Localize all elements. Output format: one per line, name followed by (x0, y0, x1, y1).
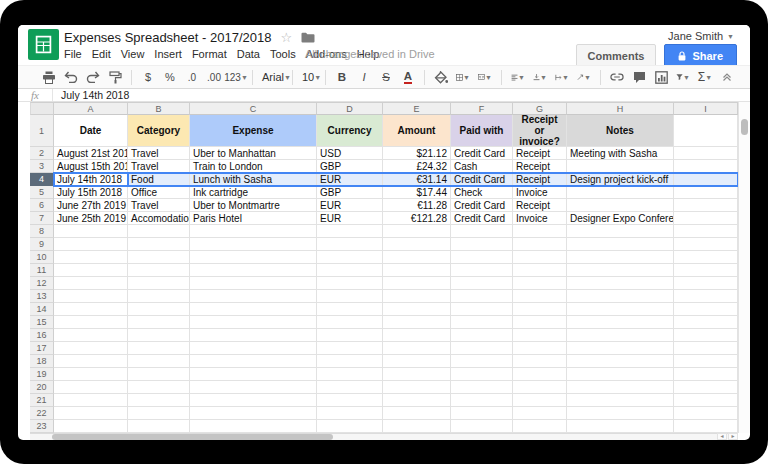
row-header-4[interactable]: 4 (30, 173, 54, 186)
bold-button[interactable]: B (331, 67, 353, 87)
cell-H8[interactable] (567, 225, 674, 238)
cell-I2[interactable] (674, 147, 738, 160)
cell-I5[interactable] (674, 186, 738, 199)
cell-B21[interactable] (128, 394, 190, 407)
cell-A1[interactable]: Date (54, 115, 128, 147)
cell-B2[interactable]: Travel (128, 147, 190, 160)
vertical-align-button[interactable]: ▼ (529, 67, 551, 87)
cell-B3[interactable]: Travel (128, 160, 190, 173)
cell-F5[interactable]: Check (451, 186, 513, 199)
cell-A7[interactable]: June 25th 2019 (54, 212, 128, 225)
insert-link-button[interactable] (606, 67, 628, 87)
cell-D6[interactable]: EUR (317, 199, 383, 212)
cell-F1[interactable]: Paid with (451, 115, 513, 147)
cell-H20[interactable] (567, 381, 674, 394)
cell-I11[interactable] (674, 264, 738, 277)
menu-format[interactable]: Format (187, 48, 232, 60)
cell-G17[interactable] (513, 342, 567, 355)
cell-I16[interactable] (674, 329, 738, 342)
row-header-5[interactable]: 5 (30, 186, 54, 199)
cell-G8[interactable] (513, 225, 567, 238)
text-color-button[interactable]: A (397, 67, 419, 87)
cell-E4[interactable]: €31.14 (383, 173, 451, 186)
cell-D7[interactable]: EUR (317, 212, 383, 225)
cell-C6[interactable]: Uber to Montmartre (190, 199, 317, 212)
cell-A15[interactable] (54, 316, 128, 329)
cell-I15[interactable] (674, 316, 738, 329)
cell-I3[interactable] (674, 160, 738, 173)
cell-D16[interactable] (317, 329, 383, 342)
cell-G10[interactable] (513, 251, 567, 264)
cell-B20[interactable] (128, 381, 190, 394)
column-header-E[interactable]: E (383, 102, 451, 115)
insert-chart-button[interactable] (650, 67, 672, 87)
cell-D19[interactable] (317, 368, 383, 381)
cell-F21[interactable] (451, 394, 513, 407)
cell-I20[interactable] (674, 381, 738, 394)
cell-B12[interactable] (128, 277, 190, 290)
row-header-18[interactable]: 18 (30, 355, 54, 368)
row-header-7[interactable]: 7 (30, 212, 54, 225)
cell-E20[interactable] (383, 381, 451, 394)
cell-F23[interactable] (451, 420, 513, 433)
cell-E1[interactable]: Amount (383, 115, 451, 147)
cell-A8[interactable] (54, 225, 128, 238)
horizontal-scrollbar-thumb[interactable] (52, 434, 333, 440)
menu-tools[interactable]: Tools (265, 48, 301, 60)
cell-I6[interactable] (674, 199, 738, 212)
cell-A21[interactable] (54, 394, 128, 407)
cell-H16[interactable] (567, 329, 674, 342)
cell-F12[interactable] (451, 277, 513, 290)
print-button[interactable] (38, 67, 60, 87)
cell-G11[interactable] (513, 264, 567, 277)
cell-D23[interactable] (317, 420, 383, 433)
cell-H3[interactable] (567, 160, 674, 173)
column-header-C[interactable]: C (190, 102, 317, 115)
cell-I17[interactable] (674, 342, 738, 355)
cell-C23[interactable] (190, 420, 317, 433)
more-formats-button[interactable]: 123▼ (225, 67, 247, 87)
cell-A6[interactable]: June 27th 2019 (54, 199, 128, 212)
cell-C1[interactable]: Expense (190, 115, 317, 147)
cell-I14[interactable] (674, 303, 738, 316)
cell-A5[interactable]: July 15th 2018 (54, 186, 128, 199)
horizontal-align-button[interactable]: ▼ (507, 67, 529, 87)
cell-C7[interactable]: Paris Hotel (190, 212, 317, 225)
cell-A4[interactable]: July 14th 2018 (54, 173, 128, 186)
vertical-scrollbar[interactable] (738, 102, 750, 433)
font-size-selector[interactable]: 10▼ (298, 67, 320, 87)
cell-B8[interactable] (128, 225, 190, 238)
cell-D8[interactable] (317, 225, 383, 238)
cell-A14[interactable] (54, 303, 128, 316)
row-header-13[interactable]: 13 (30, 290, 54, 303)
cell-F7[interactable]: Credit Card (451, 212, 513, 225)
cell-B16[interactable] (128, 329, 190, 342)
cell-G4[interactable]: Receipt (513, 173, 567, 186)
format-percent-button[interactable]: % (159, 67, 181, 87)
cell-H15[interactable] (567, 316, 674, 329)
cell-A3[interactable]: August 15th 2017 (54, 160, 128, 173)
cell-D18[interactable] (317, 355, 383, 368)
cell-C9[interactable] (190, 238, 317, 251)
row-header-11[interactable]: 11 (30, 264, 54, 277)
cell-D13[interactable] (317, 290, 383, 303)
cell-C4[interactable]: Lunch with Sasha (190, 173, 317, 186)
cell-F17[interactable] (451, 342, 513, 355)
cell-H22[interactable] (567, 407, 674, 420)
cell-A18[interactable] (54, 355, 128, 368)
cell-E18[interactable] (383, 355, 451, 368)
cell-A16[interactable] (54, 329, 128, 342)
cell-H5[interactable] (567, 186, 674, 199)
cell-I4[interactable] (674, 173, 738, 186)
account-menu[interactable]: Jane Smith ▼ (668, 30, 734, 42)
cell-I1[interactable] (674, 115, 738, 147)
cell-D9[interactable] (317, 238, 383, 251)
column-header-A[interactable]: A (54, 102, 128, 115)
cell-D21[interactable] (317, 394, 383, 407)
cell-H9[interactable] (567, 238, 674, 251)
cell-F4[interactable]: Credit Card (451, 173, 513, 186)
cell-I18[interactable] (674, 355, 738, 368)
cell-G21[interactable] (513, 394, 567, 407)
fill-color-button[interactable] (430, 67, 452, 87)
cell-D2[interactable]: USD (317, 147, 383, 160)
